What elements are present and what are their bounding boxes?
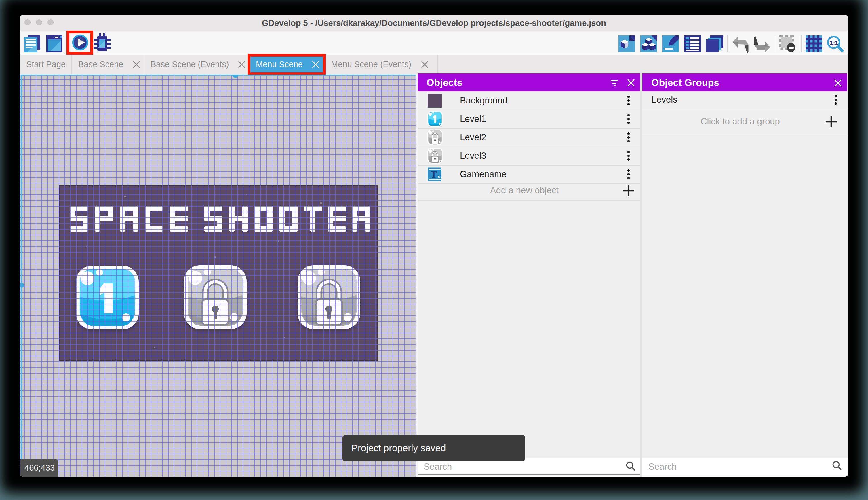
svg-text:x: x — [437, 173, 440, 180]
svg-text:T: T — [431, 169, 437, 180]
svg-text:1:1: 1:1 — [830, 40, 838, 46]
